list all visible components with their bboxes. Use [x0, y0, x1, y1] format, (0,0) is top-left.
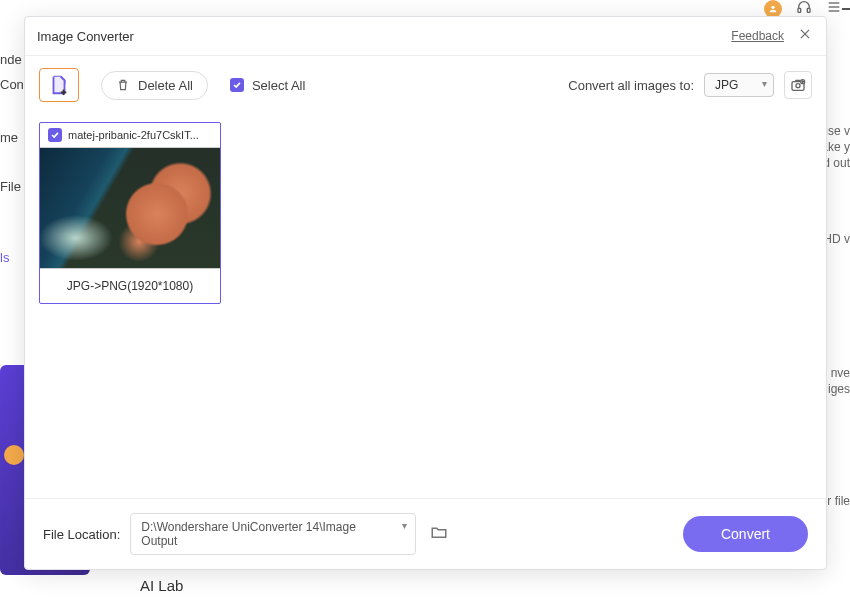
select-all-checkbox[interactable]: Select All [230, 78, 305, 93]
item-checkbox[interactable] [48, 128, 62, 142]
convert-button[interactable]: Convert [683, 516, 808, 552]
format-value: JPG [715, 78, 738, 92]
output-settings-button[interactable] [784, 71, 812, 99]
image-grid: matej-pribanic-2fu7CskIT... JPG->PNG(192… [25, 114, 826, 498]
menu-icon[interactable] [826, 0, 842, 19]
sidebar-fragment: Con [0, 73, 25, 96]
feedback-link[interactable]: Feedback [731, 29, 784, 43]
sidebar-fragment: File [0, 175, 25, 198]
svg-rect-2 [807, 8, 810, 12]
sidebar-fragment: me [0, 126, 25, 149]
background-item[interactable]: AI Lab [140, 577, 183, 594]
modal-title: Image Converter [37, 29, 134, 44]
sidebar-fragment: nde [0, 48, 25, 71]
bg-text: ir file [825, 494, 850, 508]
svg-point-11 [796, 84, 800, 88]
image-converter-modal: Image Converter Feedback Delete All S [24, 16, 827, 570]
file-location-label: File Location: [43, 527, 120, 542]
item-filename: matej-pribanic-2fu7CskIT... [68, 129, 212, 141]
select-all-label: Select All [252, 78, 305, 93]
modal-header: Image Converter Feedback [25, 17, 826, 56]
svg-point-0 [771, 6, 774, 9]
modal-footer: File Location: D:\Wondershare UniConvert… [25, 498, 826, 569]
bg-text: d out [823, 156, 850, 170]
convert-format-label: Convert all images to: [568, 78, 694, 93]
close-icon[interactable] [796, 25, 814, 47]
trash-icon [116, 78, 130, 92]
svg-rect-1 [798, 8, 801, 12]
bg-text: HD v [823, 232, 850, 246]
checkbox-icon [230, 78, 244, 92]
image-thumbnail [40, 147, 220, 269]
open-folder-button[interactable] [426, 519, 452, 549]
image-card[interactable]: matej-pribanic-2fu7CskIT... JPG->PNG(192… [39, 122, 221, 304]
folder-icon [430, 523, 448, 541]
file-location-select[interactable]: D:\Wondershare UniConverter 14\Image Out… [130, 513, 416, 555]
file-location-path: D:\Wondershare UniConverter 14\Image Out… [141, 520, 356, 548]
toolbar: Delete All Select All Convert all images… [25, 56, 826, 114]
sidebar-fragment: ls [0, 246, 25, 269]
add-file-icon [48, 74, 70, 96]
item-conversion-info: JPG->PNG(1920*1080) [40, 269, 220, 303]
delete-all-button[interactable]: Delete All [101, 71, 208, 100]
add-image-button[interactable] [39, 68, 79, 102]
bg-text: nve [831, 366, 850, 380]
background-sidebar: nde Con me File ls [0, 20, 25, 269]
minimize-icon[interactable] [842, 8, 850, 10]
gear-camera-icon [790, 77, 806, 93]
bg-text: iges [828, 382, 850, 396]
delete-all-label: Delete All [138, 78, 193, 93]
format-select[interactable]: JPG [704, 73, 774, 97]
